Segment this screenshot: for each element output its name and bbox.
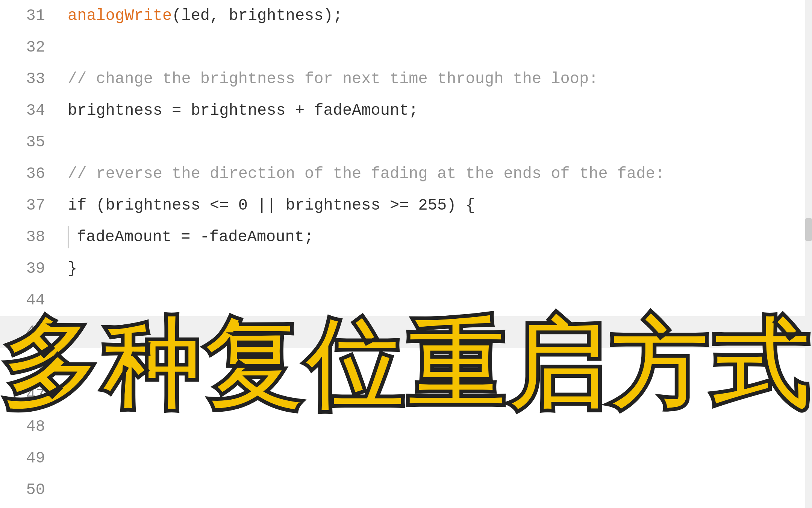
- line-content-36: // reverse the direction of the fading a…: [60, 165, 812, 183]
- line-number-31: 31: [0, 7, 60, 25]
- code-line-37: 37 if (brightness <= 0 || brightness >= …: [0, 190, 812, 221]
- line-number-45: 45: [0, 323, 60, 341]
- line-number-32: 32: [0, 38, 60, 56]
- code-token: }: [68, 260, 77, 278]
- code-line-34: 34 brightness = brightness + fadeAmount;: [0, 95, 812, 126]
- code-line-39: 39 }: [0, 253, 812, 284]
- code-token: (led, brightness);: [172, 7, 342, 25]
- code-line-50: 50: [0, 474, 812, 506]
- code-line-33: 33 // change the brightness for next tim…: [0, 63, 812, 95]
- code-comment-33: // change the brightness for next time t…: [68, 70, 598, 88]
- line-content-34: brightness = brightness + fadeAmount;: [60, 102, 812, 120]
- code-line-45: 45: [0, 316, 812, 348]
- line-content-31: analogWrite(led, brightness);: [60, 7, 812, 25]
- code-token: analogWrite: [68, 7, 172, 25]
- code-token: if (brightness <= 0 || brightness >= 255…: [68, 196, 475, 214]
- code-line-31: 31 analogWrite(led, brightness);: [0, 0, 812, 32]
- line-content-38: fadeAmount = -fadeAmount;: [60, 226, 812, 248]
- line-number-37: 37: [0, 196, 60, 214]
- code-token: brightness = brightness + fadeAmount;: [68, 102, 418, 120]
- code-line-35: 35: [0, 126, 812, 158]
- line-number-47: 47: [0, 386, 60, 404]
- line-number-38: 38: [0, 228, 60, 246]
- line-number-49: 49: [0, 449, 60, 467]
- line-number-33: 33: [0, 70, 60, 88]
- editor-container: 31 analogWrite(led, brightness); 32 33 /…: [0, 0, 812, 508]
- line-number-36: 36: [0, 165, 60, 183]
- code-line-51: 51: [0, 506, 812, 508]
- code-line-48: 48: [0, 411, 812, 443]
- line-number-34: 34: [0, 102, 60, 120]
- line-number-48: 48: [0, 418, 60, 436]
- code-line-46: 46: [0, 348, 812, 379]
- code-line-36: 36 // reverse the direction of the fadin…: [0, 158, 812, 190]
- code-line-32: 32: [0, 32, 812, 63]
- vertical-scrollbar[interactable]: [805, 0, 812, 508]
- line-number-46: 46: [0, 354, 60, 373]
- line-content-33: // change the brightness for next time t…: [60, 70, 812, 88]
- code-comment-36: // reverse the direction of the fading a…: [68, 165, 665, 183]
- indent-border: [68, 226, 69, 248]
- code-line-44: 44: [0, 284, 812, 316]
- line-content-39: }: [60, 260, 812, 278]
- scrollbar-thumb[interactable]: [805, 218, 812, 241]
- line-number-44: 44: [0, 291, 60, 309]
- code-line-49: 49: [0, 443, 812, 474]
- code-token: fadeAmount = -fadeAmount;: [77, 228, 314, 246]
- code-area: 31 analogWrite(led, brightness); 32 33 /…: [0, 0, 812, 508]
- line-number-50: 50: [0, 481, 60, 499]
- line-content-37: if (brightness <= 0 || brightness >= 255…: [60, 196, 812, 214]
- code-line-38: 38 fadeAmount = -fadeAmount;: [0, 221, 812, 253]
- line-number-39: 39: [0, 260, 60, 278]
- code-line-47: 47: [0, 379, 812, 411]
- line-number-35: 35: [0, 133, 60, 151]
